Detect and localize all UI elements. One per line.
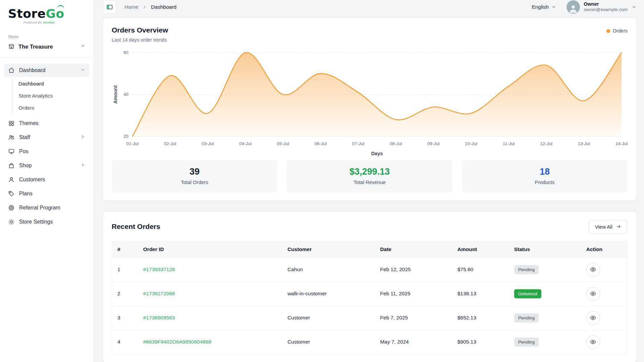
recent-orders-head: Recent Orders View All <box>112 220 628 234</box>
grid-icon <box>8 120 15 127</box>
stat-products: 18 Products <box>462 160 628 192</box>
sidebar-item-referral-program[interactable]: Referral Program <box>4 201 90 215</box>
svg-text:02-Jul: 02-Jul <box>164 141 176 146</box>
chevron-right-icon <box>142 4 147 10</box>
column-header: Order ID <box>138 241 282 258</box>
eye-icon <box>590 314 596 321</box>
sidebar-item-shop[interactable]: Shop <box>4 159 90 172</box>
panel-icon <box>106 4 113 10</box>
column-header: # <box>112 241 138 258</box>
sidebar-item-themes[interactable]: Themes <box>4 117 90 130</box>
table-row: 1 #1739337126 Cahun Feb 12, 2025 $75.60 … <box>112 257 627 282</box>
stat-value: $3,299.13 <box>290 167 449 177</box>
user-menu[interactable]: Owner owner@example.com <box>567 0 637 14</box>
view-order-button[interactable] <box>586 263 600 277</box>
sidebar-nav: Dashboard Dashboard Store Analytics Orde… <box>0 57 94 362</box>
row-number: 3 <box>112 306 138 330</box>
pos-terminal-icon <box>8 148 15 155</box>
card-title: Orders Overview <box>112 26 168 34</box>
logo-text: StoreGo <box>8 7 86 20</box>
chevron-down-icon <box>80 67 86 74</box>
amount-cell: $652.13 <box>452 306 509 330</box>
sidebar-item-dashboard[interactable]: Dashboard <box>4 64 90 77</box>
store-name: The Treasure <box>18 44 53 50</box>
logo-store: Store <box>8 7 46 20</box>
recent-orders-card: Recent Orders View All # Order ID Custom… <box>103 212 637 362</box>
breadcrumb-current: Dashboard <box>151 4 176 10</box>
svg-text:40: 40 <box>123 92 128 97</box>
chevron-right-icon <box>80 162 86 169</box>
view-all-label: View All <box>595 224 612 230</box>
sidebar-item-label: Pos <box>19 148 29 155</box>
view-order-button[interactable] <box>586 287 600 301</box>
svg-text:06-Jul: 06-Jul <box>314 141 327 146</box>
sidebar-item-pos[interactable]: Pos <box>4 145 90 158</box>
svg-text:20: 20 <box>123 134 128 139</box>
user-email: owner@example.com <box>584 7 628 13</box>
svg-text:60: 60 <box>123 50 128 55</box>
language-selector[interactable]: English <box>532 4 556 10</box>
column-header: Date <box>375 241 452 258</box>
order-id-link[interactable]: #1739272068 <box>143 291 175 296</box>
column-header: Status <box>509 241 581 258</box>
date-cell: Feb 7, 2025 <box>375 306 452 330</box>
svg-text:Days: Days <box>371 151 383 156</box>
language-label: English <box>532 4 549 10</box>
sidebar-item-store-settings[interactable]: Store Settings <box>4 215 90 229</box>
sidebar-subitem-orders[interactable]: Orders <box>12 102 90 114</box>
status-badge: Pending <box>514 338 539 347</box>
app-root: StoreGo Powered By Workdo Store The Trea… <box>0 0 644 362</box>
sidebar-item-label: Customers <box>19 177 45 183</box>
row-number: 4 <box>112 330 138 354</box>
powered-prefix: Powered By <box>23 20 43 24</box>
breadcrumb-home-link[interactable]: Home <box>124 4 138 10</box>
store-selector[interactable]: The Treasure <box>8 43 86 50</box>
order-id-link[interactable]: #6639F8402D6A9950604868 <box>143 339 211 345</box>
row-number: 2 <box>112 282 138 306</box>
sidebar-item-label: Themes <box>19 120 39 126</box>
card-title: Recent Orders <box>112 223 160 231</box>
column-header: Customer <box>282 241 375 258</box>
card-subtitle: Last 14 days order trends <box>112 37 168 43</box>
eye-icon <box>590 339 596 345</box>
column-header: Amount <box>452 241 509 258</box>
dashboard-submenu: Dashboard Store Analytics Orders <box>12 78 90 114</box>
gear-icon <box>8 219 15 225</box>
view-all-button[interactable]: View All <box>589 220 628 234</box>
status-badge: Delivered <box>514 289 541 298</box>
svg-text:04-Jul: 04-Jul <box>239 141 252 146</box>
stat-value: 18 <box>465 167 624 177</box>
amount-cell: $138.13 <box>452 282 509 306</box>
sidebar-toggle-button[interactable] <box>103 0 116 14</box>
sidebar-subitem-store-analytics[interactable]: Store Analytics <box>12 90 90 102</box>
stat-total-revenue: $3,299.13 Total Revenue <box>287 160 452 192</box>
person-icon <box>8 176 15 183</box>
orders-table: # Order ID Customer Date Amount Status A… <box>112 241 628 354</box>
sidebar-item-label: Shop <box>19 163 32 169</box>
svg-text:10-Jul: 10-Jul <box>465 141 477 146</box>
storego-logo[interactable]: StoreGo Powered By Workdo <box>0 0 94 27</box>
status-badge: Pending <box>514 313 539 322</box>
sidebar-item-plans[interactable]: Plans <box>4 187 90 200</box>
sidebar-item-staff[interactable]: Staff <box>4 131 90 144</box>
date-cell: Feb 11, 2025 <box>375 282 452 306</box>
order-id-link[interactable]: #1738909583 <box>143 315 175 320</box>
customer-cell: Customer <box>282 306 375 330</box>
stat-label: Total Revenue <box>290 179 449 185</box>
stat-label: Total Orders <box>115 179 274 185</box>
shopping-bag-icon <box>8 162 15 169</box>
chevron-down-icon <box>551 4 556 10</box>
column-header: Action <box>581 241 627 258</box>
view-order-button[interactable] <box>586 335 600 349</box>
order-id-link[interactable]: #1739337126 <box>143 266 175 272</box>
amount-cell: $905.13 <box>452 330 509 354</box>
svg-text:13-Jul: 13-Jul <box>578 141 590 146</box>
avatar <box>567 0 580 14</box>
view-order-button[interactable] <box>586 311 600 325</box>
table-row: 2 #1739272068 walk-in-customer Feb 11, 2… <box>112 282 627 306</box>
sidebar-item-customers[interactable]: Customers <box>4 173 90 186</box>
area-chart-svg: 20406001-Jul02-Jul03-Jul04-Jul05-Jul06-J… <box>112 47 628 158</box>
sidebar-subitem-dashboard[interactable]: Dashboard <box>12 78 90 90</box>
eye-icon <box>590 290 596 297</box>
store-section-label: Store <box>8 34 86 39</box>
